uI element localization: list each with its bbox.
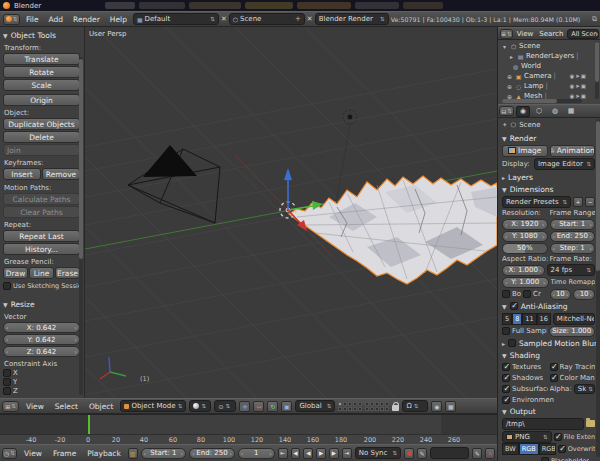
grease-line-button[interactable]: Line (29, 267, 54, 279)
editor-type-button[interactable]: ◷⇅ (2, 448, 17, 459)
resize-x-field[interactable]: ‹X: 0.642› (3, 322, 80, 333)
resolution-y-field[interactable]: ‹Y: 1080› (502, 231, 548, 242)
outliner-item-camera[interactable]: ⊕ ▣ Camera| ◉➤▣ (498, 71, 594, 81)
remap-old-field[interactable]: ‹10› (550, 289, 572, 300)
object-menu[interactable]: Object (85, 402, 117, 411)
output-path-field[interactable]: /tmp\ (502, 418, 584, 430)
outliner-item-scene[interactable]: ▾ ⬡ Scene (498, 41, 594, 51)
resize-z-field[interactable]: ‹Z: 0.642› (3, 346, 80, 357)
rotate-button[interactable]: Rotate (3, 66, 80, 78)
expand-icon[interactable]: ⊕ (506, 73, 513, 80)
aa-filter-selector[interactable]: Mitchell-Ne⇅ (553, 313, 595, 325)
render-engine-selector[interactable]: Blender Render ⇅ (315, 13, 389, 25)
frame-end-field[interactable]: ‹End: 250› (550, 231, 596, 242)
subsurface-checkbox[interactable] (502, 385, 510, 393)
outliner-item-world[interactable]: ◍ World (498, 61, 594, 71)
view-menu[interactable]: View (22, 402, 48, 411)
renderable-icon[interactable]: ▣ (581, 93, 586, 99)
frame-end-field[interactable]: ‹End: 250› (189, 448, 235, 459)
aa-samples-8[interactable]: 8 (512, 313, 522, 325)
prev-keyframe-button[interactable]: ◀ (291, 448, 301, 459)
outliner-item-lamp[interactable]: ⊕ ◌ Lamp| ◉➤▣ (498, 81, 594, 91)
transform-orientation-selector[interactable]: Global⇅ (295, 400, 335, 412)
color-mode-bw[interactable]: BW (502, 443, 519, 455)
file-extensions-checkbox[interactable] (554, 433, 562, 441)
grease-erase-button[interactable]: Erase (55, 267, 80, 279)
sync-mode-selector[interactable]: No Sync⇅ (355, 447, 401, 459)
render-presets-selector[interactable]: Render Presets⇅ (502, 196, 571, 208)
remove-keyframe-button[interactable]: Remove (42, 168, 80, 180)
rotate-manipulator-button[interactable]: ↻ (267, 401, 278, 412)
outliner-hscrollbar-track[interactable] (502, 99, 582, 103)
selectable-icon[interactable]: ➤ (575, 83, 580, 89)
remap-new-field[interactable]: ‹10› (573, 289, 595, 300)
scene-selector[interactable]: ⬡ Scene + (229, 13, 305, 25)
editor-type-button[interactable]: ⊞⇅ (2, 401, 19, 412)
aspect-x-field[interactable]: ‹X: 1.000› (502, 265, 545, 276)
tab-texture[interactable]: ▦ (564, 106, 578, 117)
translate-button[interactable]: Translate (3, 53, 80, 65)
render-animation-button[interactable]: ✇Animation (550, 145, 596, 157)
textures-checkbox[interactable] (502, 363, 510, 371)
axis-z-checkbox[interactable] (3, 387, 11, 395)
axis-x-checkbox[interactable] (3, 369, 11, 377)
expand-icon[interactable]: ▸ (508, 53, 515, 60)
pin-icon[interactable]: ✦ (502, 121, 507, 129)
full-sample-checkbox[interactable] (502, 327, 510, 335)
tab-scene[interactable]: ⬡ (532, 106, 546, 117)
visibility-eye-icon[interactable]: ◉ (569, 73, 574, 79)
viewport-canvas[interactable] (85, 27, 497, 398)
tab-render[interactable]: ◉ (516, 106, 530, 117)
play-button[interactable]: ▶ (316, 448, 326, 459)
menu-add[interactable]: Add (45, 15, 68, 24)
border-checkbox[interactable] (502, 290, 510, 298)
timeline-playhead[interactable] (88, 415, 90, 434)
resolution-percentage-slider[interactable]: 50% (502, 243, 548, 254)
outliner-scrollbar-track[interactable] (595, 41, 599, 99)
preset-remove-button[interactable]: − (585, 197, 595, 207)
viewport-shading-selector[interactable]: ⇅ (189, 400, 211, 412)
repeat-last-button[interactable]: Repeat Last (3, 230, 80, 242)
antialiasing-checkbox[interactable] (510, 302, 518, 310)
shadows-checkbox[interactable] (502, 374, 510, 382)
environment-map-checkbox[interactable] (502, 396, 510, 404)
outliner-scrollbar[interactable] (595, 42, 599, 82)
origin-button[interactable]: Origin (3, 94, 80, 106)
expand-icon[interactable]: ⊕ (506, 83, 513, 90)
dimensions-panel-header[interactable]: ▼Dimensions (502, 183, 595, 195)
render-opengl-button[interactable]: ◉ (431, 401, 442, 412)
timeline-frame-menu[interactable]: Frame (49, 449, 80, 458)
timeline-playback-menu[interactable]: Playback (83, 449, 124, 458)
ray-tracing-checkbox[interactable] (550, 363, 558, 371)
frame-step-field[interactable]: ‹Step: 1› (550, 243, 596, 254)
overwrite-checkbox[interactable] (558, 445, 566, 453)
file-format-selector[interactable]: PNG⇅ (502, 431, 552, 443)
translate-manipulator-button[interactable]: ↔ (253, 401, 264, 412)
color-management-checkbox[interactable] (550, 374, 558, 382)
render-image-button[interactable]: Image (502, 145, 548, 157)
editor-type-button[interactable]: ≡⇅ (500, 29, 513, 39)
calculate-paths-button[interactable]: Calculate Paths (3, 193, 80, 205)
render-display-selector[interactable]: Image Editor⇅ (534, 158, 595, 170)
color-mode-rgba[interactable]: RGBA (539, 443, 556, 455)
outliner-item-renderlayers[interactable]: ▸ ▤ RenderLayers| (498, 51, 594, 61)
layers-grid-1[interactable] (338, 402, 362, 411)
lock-icon[interactable] (392, 405, 399, 411)
history-button[interactable]: History... (3, 243, 80, 255)
sketching-session-checkbox[interactable] (3, 282, 11, 290)
renderable-icon[interactable]: ▣ (581, 83, 586, 89)
manipulator-toggle-button[interactable]: ✛ (239, 401, 250, 412)
viewport-3d[interactable]: User Persp (1) (85, 27, 497, 398)
duplicate-objects-button[interactable]: Duplicate Objects (3, 118, 80, 130)
toolshelf-scrollbar[interactable] (79, 59, 83, 259)
current-frame-field[interactable]: ‹1› (238, 448, 275, 459)
editor-type-button[interactable]: ⊟⇅ (499, 106, 514, 116)
keying-set-field[interactable] (430, 447, 469, 459)
jump-to-start-button[interactable]: ⇤ (278, 448, 288, 459)
jump-to-end-button[interactable]: ⇥ (342, 448, 352, 459)
delete-button[interactable]: Delete (3, 131, 80, 143)
scale-manipulator-button[interactable]: ▣ (281, 401, 292, 412)
play-reverse-button[interactable]: ◀ (303, 448, 313, 459)
window-duplicate-icon[interactable]: ⧉ (592, 15, 597, 23)
menu-help[interactable]: Help (106, 15, 131, 24)
